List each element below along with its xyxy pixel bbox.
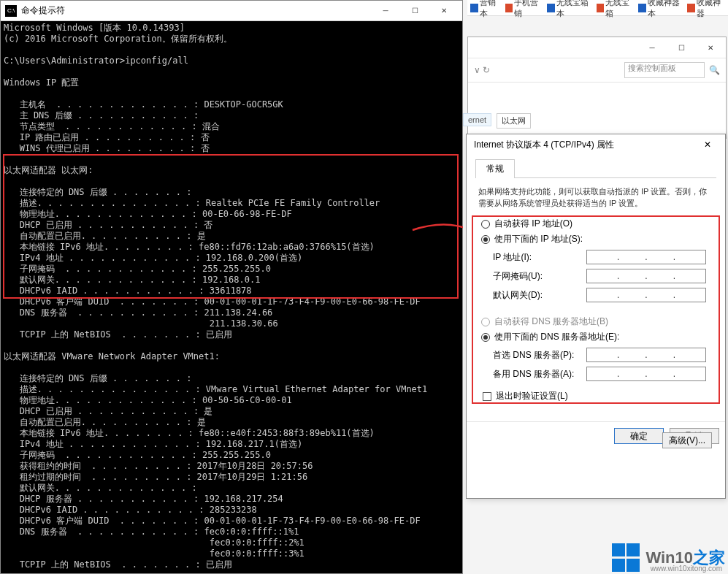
cmd-title-text: 命令提示符 — [21, 4, 372, 17]
tcpip-properties-dialog: Internet 协议版本 4 (TCP/IPv4) 属性 ✕ 常规 如果网络支… — [466, 134, 726, 499]
gateway-row: 默认网关(D): ... — [493, 288, 713, 302]
close-button[interactable]: ✕ — [434, 4, 453, 18]
ok-button[interactable]: 确定 — [614, 428, 664, 444]
bookmark-bar: 营销本 手机营销 无线宝箱本 无线宝箱 收藏神器本 收藏神器 — [467, 0, 728, 16]
close-button[interactable]: ✕ — [701, 40, 720, 55]
ethernet-label[interactable]: 以太网 — [497, 113, 531, 129]
dns2-row: 备用 DNS 服务器(A): ... — [493, 367, 713, 381]
radio-use-dns[interactable]: 使用下面的 DNS 服务器地址(E): — [481, 331, 710, 343]
maximize-button[interactable]: ☐ — [672, 40, 691, 55]
breadcrumb-arrow[interactable]: ∨ ↻ — [474, 65, 620, 75]
tab-general[interactable]: 常规 — [475, 159, 515, 178]
ip-address-input[interactable]: ... — [586, 250, 706, 264]
search-icon[interactable]: 🔍 — [709, 65, 720, 75]
dns1-row: 首选 DNS 服务器(P): ... — [493, 348, 713, 362]
bookmark-item[interactable]: 收藏神器本 — [638, 0, 683, 19]
bookmark-item[interactable]: 无线宝箱本 — [547, 0, 591, 19]
watermark-url: www.win10xitong.com — [651, 565, 722, 573]
radio-auto-ip[interactable]: 自动获得 IP 地址(O) — [481, 218, 710, 230]
dialog-title: Internet 协议版本 4 (TCP/IPv4) 属性 — [474, 139, 697, 151]
ip-address-row: IP 地址(I): ... — [493, 250, 713, 264]
minimize-button[interactable]: ─ — [643, 40, 662, 55]
windows-logo-icon — [612, 543, 641, 573]
dialog-description: 如果网络支持此功能，则可以获取自动指派的 IP 设置。否则，你需要从网络系统管理… — [478, 185, 713, 209]
gateway-input[interactable]: ... — [586, 288, 706, 302]
bookmark-item[interactable]: 收藏神器 — [687, 0, 725, 19]
subnet-mask-row: 子网掩码(U): ... — [493, 269, 713, 283]
validate-checkbox[interactable] — [483, 392, 491, 401]
search-input[interactable]: 搜索控制面板 — [624, 62, 705, 78]
validate-checkbox-row[interactable]: 退出时验证设置(L) — [483, 390, 709, 402]
alternate-dns-input[interactable]: ... — [586, 367, 706, 381]
preferred-dns-input[interactable]: ... — [586, 348, 706, 362]
radio-use-ip[interactable]: 使用下面的 IP 地址(S): — [481, 233, 710, 245]
cmd-icon: C:\ — [5, 5, 17, 17]
radio-auto-dns: 自动获得 DNS 服务器地址(B) — [481, 315, 710, 328]
cmd-output[interactable]: Microsoft Windows [版本 10.0.14393] (c) 20… — [1, 21, 462, 573]
bookmark-item[interactable]: 手机营销 — [505, 0, 543, 19]
command-prompt-window: C:\ 命令提示符 ─ ☐ ✕ Microsoft Windows [版本 10… — [0, 0, 463, 574]
close-icon[interactable]: ✕ — [697, 137, 718, 152]
bookmark-item[interactable]: 无线宝箱 — [597, 0, 635, 19]
ernet-label: ernet — [463, 113, 491, 126]
bookmark-item[interactable]: 营销本 — [470, 0, 501, 19]
subnet-mask-input[interactable]: ... — [586, 269, 706, 283]
minimize-button[interactable]: ─ — [376, 4, 395, 18]
maximize-button[interactable]: ☐ — [405, 4, 424, 18]
cmd-titlebar: C:\ 命令提示符 ─ ☐ ✕ — [1, 1, 462, 21]
advanced-button[interactable]: 高级(V)... — [662, 432, 712, 448]
